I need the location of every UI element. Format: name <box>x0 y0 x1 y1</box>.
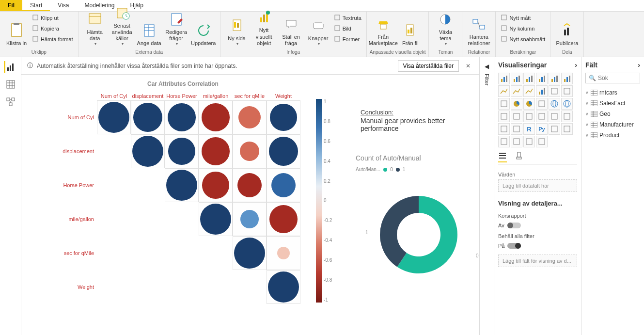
model-view-icon[interactable] <box>5 96 16 108</box>
viz-type-area-stack[interactable] <box>523 85 535 97</box>
viz-type-funnel[interactable] <box>498 111 510 122</box>
keep-filters-toggle[interactable] <box>507 243 521 249</box>
fields-search-input[interactable] <box>598 75 637 81</box>
cross-report-toggle[interactable] <box>507 223 521 228</box>
ribbon-button-small[interactable]: Klipp ut <box>30 13 75 23</box>
filter-expand-icon[interactable]: ◀ <box>485 63 489 70</box>
viz-type-custom[interactable] <box>536 136 548 147</box>
fields-tab-icon[interactable] <box>498 151 507 162</box>
corr-cell[interactable] <box>165 134 199 168</box>
corr-cell[interactable] <box>267 236 300 270</box>
viz-type-power-apps[interactable] <box>523 136 535 147</box>
viz-type-matrix[interactable] <box>511 123 522 135</box>
viz-type-bar-h[interactable] <box>511 73 522 84</box>
ribbon-button-small[interactable]: Hämta format <box>30 34 75 45</box>
ribbon-button[interactable]: Ställ en fråga <box>278 13 305 48</box>
viz-type-bar-v[interactable] <box>498 73 510 84</box>
corr-cell[interactable] <box>199 202 233 236</box>
viz-type-kpi[interactable] <box>549 111 560 122</box>
viz-type-donut[interactable] <box>523 98 535 110</box>
ribbon-button[interactable]: Uppdatera <box>190 13 217 48</box>
viz-type-pie[interactable] <box>511 98 522 110</box>
viz-type-paginated[interactable] <box>511 136 522 147</box>
field-table-geo[interactable]: ∨Geo <box>585 109 640 119</box>
ribbon-button[interactable]: Hämta data▾ <box>81 13 109 48</box>
ribbon-button-small[interactable]: Ny kolumn <box>499 23 547 34</box>
viz-type-decomposition[interactable] <box>561 123 573 135</box>
corr-cell[interactable] <box>199 168 233 202</box>
corr-cell[interactable] <box>267 100 300 134</box>
show-restored-files-button[interactable]: Visa återställda filer <box>398 60 459 72</box>
fields-panel-collapse-icon[interactable]: › <box>638 61 640 69</box>
corr-cell[interactable] <box>233 168 267 202</box>
report-view-icon[interactable] <box>4 61 16 73</box>
data-view-icon[interactable] <box>5 79 16 90</box>
viz-type-tree[interactable] <box>536 98 548 110</box>
file-tab[interactable]: Fil <box>0 0 22 11</box>
viz-type-waterfall[interactable] <box>561 85 573 97</box>
viz-type-scatter[interactable] <box>498 98 510 110</box>
field-table-salesfact[interactable]: ∨SalesFact <box>585 98 640 109</box>
corr-cell[interactable] <box>97 100 131 134</box>
ribbon-button[interactable]: Nytt visuellt objekt <box>251 13 278 48</box>
corr-cell[interactable] <box>233 202 267 236</box>
format-tab-icon[interactable] <box>515 151 523 162</box>
ribbon-button[interactable]: Redigera frågor▾ <box>163 13 190 48</box>
corr-cell[interactable] <box>131 100 165 134</box>
field-table-manufacturer[interactable]: ∨Manufacturer <box>585 119 640 130</box>
ribbon-button[interactable]: Ny sida▾ <box>223 13 251 48</box>
viz-type-map-fill[interactable] <box>549 98 560 110</box>
menu-tab-start[interactable]: Start <box>22 0 50 11</box>
viz-type-col-cluster[interactable] <box>561 73 573 84</box>
viz-type-key-influencer[interactable] <box>549 123 560 135</box>
viz-type-bar-100[interactable] <box>549 73 560 84</box>
corr-cell[interactable] <box>131 134 165 168</box>
corr-cell[interactable] <box>233 134 267 168</box>
drill-field-well[interactable]: Lägg till fält för visning av d... <box>498 255 577 267</box>
field-table-product[interactable]: ∨Product <box>585 130 640 141</box>
viz-type-slicer[interactable] <box>561 111 573 122</box>
donut-chart[interactable] <box>370 191 477 289</box>
corr-cell[interactable] <box>267 270 300 304</box>
field-table-rntcars[interactable]: ∨rntcars <box>585 87 640 98</box>
viz-type-table[interactable] <box>498 123 510 135</box>
ribbon-button-small[interactable]: Nytt snabbmått <box>499 34 547 45</box>
ribbon-button[interactable]: Senast använda källor▾ <box>109 13 136 48</box>
notification-close-icon[interactable]: ✕ <box>463 63 473 69</box>
ribbon-button[interactable]: Från fil <box>397 13 424 48</box>
viz-type-bar-group[interactable] <box>523 73 535 84</box>
ribbon-button[interactable]: Växla tema▾ <box>432 13 459 48</box>
conclusion-text-box[interactable]: Conclusion: Manual gear provides better … <box>361 109 457 132</box>
ribbon-button-small[interactable]: Bild <box>332 23 363 34</box>
corr-cell[interactable] <box>267 168 300 202</box>
viz-type-ribbon-chart[interactable] <box>549 85 560 97</box>
ribbon-button[interactable]: Publicera <box>553 13 581 48</box>
corr-cell[interactable] <box>267 202 300 236</box>
viz-type-line[interactable] <box>498 85 510 97</box>
viz-type-gauge[interactable] <box>511 111 522 122</box>
ribbon-button[interactable]: Knappar▾ <box>305 13 332 48</box>
corr-cell[interactable] <box>233 236 267 270</box>
values-field-well[interactable]: Lägg till datafält här <box>498 179 577 192</box>
corr-cell[interactable] <box>199 134 233 168</box>
ribbon-button-small[interactable]: Textruta <box>332 13 363 23</box>
ribbon-button-small[interactable]: Former <box>332 34 363 45</box>
correlation-matrix[interactable]: Num of CyldisplacementHorse Powermile/ga… <box>58 93 300 304</box>
viz-panel-collapse-icon[interactable]: › <box>575 61 577 69</box>
ribbon-button[interactable]: Hantera relationer <box>465 13 492 48</box>
menu-tab-visa[interactable]: Visa <box>50 0 77 11</box>
corr-cell[interactable] <box>233 100 267 134</box>
report-canvas[interactable]: Car Attributes Correlation Num of Cyldis… <box>21 75 479 335</box>
viz-type-line-col[interactable] <box>536 85 548 97</box>
viz-type-globe[interactable] <box>561 98 573 110</box>
viz-type-bar-stack[interactable] <box>536 73 548 84</box>
ribbon-button-small[interactable]: Nytt mått <box>499 13 547 23</box>
corr-cell[interactable] <box>199 100 233 134</box>
ribbon-button-small[interactable]: Kopiera <box>30 23 75 34</box>
viz-type-r[interactable]: R <box>523 123 535 135</box>
ribbon-button[interactable]: Ange data <box>136 13 163 48</box>
viz-type-area[interactable] <box>511 85 522 97</box>
ribbon-button[interactable]: Från Marketplace <box>370 13 397 48</box>
viz-type-py[interactable]: Py <box>536 123 548 135</box>
ribbon-button[interactable]: Klistra in <box>3 13 30 48</box>
